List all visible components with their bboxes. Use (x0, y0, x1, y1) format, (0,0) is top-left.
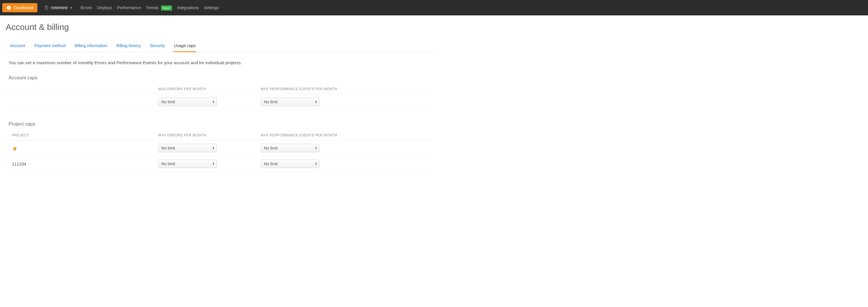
nav-deploys[interactable]: Deploys (97, 5, 112, 10)
topbar-nav: Errors Deploys Performance Trends New! I… (81, 5, 219, 10)
project-col-perf: MAX PERFORMANCE EVENTS PER MONTH (258, 131, 433, 140)
account-col-perf: MAX PERFORMANCE EVENTS PER MONTH (258, 85, 433, 94)
project-caps-row: 🍺 No limit ▲▼ No limit ▲▼ (6, 140, 433, 156)
tab-billing-information[interactable]: Billing information (74, 40, 108, 52)
project1-errors-select-wrap: No limit ▲▼ (158, 160, 217, 168)
project0-perf-select-wrap: No limit ▲▼ (261, 144, 319, 152)
tab-usage-caps[interactable]: Usage caps (173, 40, 196, 52)
account-errors-select-wrap: No limit ▲▼ (158, 97, 217, 106)
account-caps-row: No limit ▲▼ No limit ▲▼ (6, 94, 433, 110)
project-col-errors: MAX ERRORS PER MONTH (155, 131, 258, 140)
intro-text: You can set a maximum number of monthly … (6, 60, 433, 65)
tabs: Account Payment method Billing informati… (6, 40, 433, 52)
project0-errors-select[interactable]: No limit (158, 144, 217, 152)
nav-performance[interactable]: Performance (117, 5, 141, 10)
account-col-errors: MAX ERRORS PER MONTH (155, 85, 258, 94)
dashboard-button[interactable]: A Dashboard (2, 3, 37, 12)
section-heading-project: Project caps (6, 121, 433, 127)
tab-security[interactable]: Security (149, 40, 165, 52)
nav-trends[interactable]: Trends New! (146, 5, 172, 10)
project-switcher[interactable]: newnew ▼ (44, 5, 73, 10)
account-errors-select[interactable]: No limit (158, 97, 217, 106)
dashboard-label: Dashboard (14, 5, 33, 10)
account-caps-table: MAX ERRORS PER MONTH MAX PERFORMANCE EVE… (6, 85, 433, 110)
section-heading-account: Account caps (6, 75, 433, 81)
project-icon-beer: 🍺 (12, 146, 18, 151)
project0-perf-select[interactable]: No limit (261, 144, 319, 152)
nav-errors[interactable]: Errors (81, 5, 92, 10)
account-col-blank (6, 85, 155, 94)
trash-icon (44, 5, 49, 10)
nav-trends-label: Trends (146, 5, 159, 10)
svg-text:A: A (8, 6, 10, 9)
new-badge: New! (161, 5, 172, 10)
tab-account[interactable]: Account (10, 40, 26, 52)
tab-payment-method[interactable]: Payment method (34, 40, 66, 52)
page-title: Account & billing (6, 22, 433, 32)
svg-rect-6 (45, 6, 47, 6)
chevron-down-icon: ▼ (70, 6, 73, 9)
project-name: newnew (51, 5, 68, 10)
nav-integrations[interactable]: Integrations (177, 5, 199, 10)
project1-perf-select[interactable]: No limit (261, 160, 319, 168)
dashboard-hex-icon: A (6, 5, 11, 10)
project1-errors-select[interactable]: No limit (158, 160, 217, 168)
project0-errors-select-wrap: No limit ▲▼ (158, 144, 217, 152)
nav-settings[interactable]: Settings (204, 5, 219, 10)
topbar: A Dashboard newnew ▼ Errors Deploys Perf… (0, 0, 868, 16)
tab-billing-history[interactable]: Billing history (116, 40, 141, 52)
project-caps-table: PROJECT MAX ERRORS PER MONTH MAX PERFORM… (6, 131, 433, 172)
project-col-project: PROJECT (6, 131, 155, 140)
page-body: Account & billing Account Payment method… (0, 16, 439, 195)
account-perf-select[interactable]: No limit (261, 97, 319, 106)
project-name-cell: 111234 (6, 156, 155, 172)
project-caps-row: 111234 No limit ▲▼ No limit ▲▼ (6, 156, 433, 172)
account-perf-select-wrap: No limit ▲▼ (261, 97, 319, 106)
project1-perf-select-wrap: No limit ▲▼ (261, 160, 319, 168)
